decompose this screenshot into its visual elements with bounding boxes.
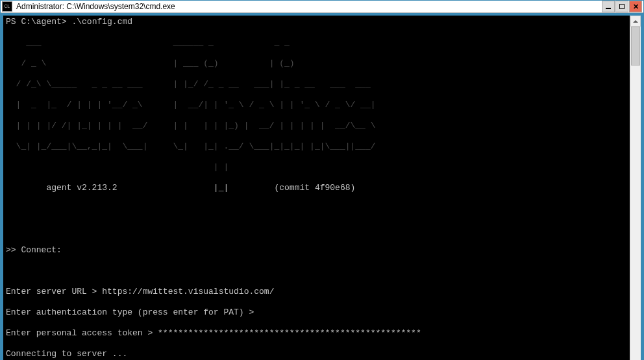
section-header: >> Connect: [6,245,627,256]
scroll-up-button[interactable] [630,16,641,27]
close-button[interactable]: ✕ [629,1,642,12]
prompt-command: .\config.cmd [71,17,132,27]
maximize-icon [619,4,625,9]
minimize-icon [606,8,611,9]
ascii-art-line: | | | |/ /| |_| | | | __/ | | | | |_) | … [6,121,627,131]
chevron-up-icon [633,20,638,23]
output-line: Enter server URL > https://mwittest.visu… [6,287,627,297]
output-line: Connecting to server ... [6,349,627,359]
scroll-thumb[interactable] [631,27,640,66]
window-frame: CL Administrator: C:\Windows\system32\cm… [0,0,644,360]
ascii-art-line: / /_\ \_____ _ _ __ ___ | |_/ /_ _ __ __… [6,79,627,90]
ascii-art-line: | _ |_ / | | | '__/ _\ | __/| | '_ \ / _… [6,100,627,110]
blank-line [6,204,627,214]
output-line: Enter personal access token > **********… [6,328,627,339]
close-icon: ✕ [633,3,639,10]
blank-line [6,266,627,276]
ascii-art-line: | | [6,162,627,173]
terminal-output[interactable]: PS C:\agent> .\config.cmd ___ ______ _ _… [3,16,630,360]
ascii-art-line: / _ \ | ___ (_) | (_) [6,58,627,69]
vertical-scrollbar[interactable] [630,16,641,360]
maximize-button[interactable] [615,1,628,12]
titlebar[interactable]: CL Administrator: C:\Windows\system32\cm… [1,1,643,13]
ascii-art-line: \_| |_/___|\__,_|_| \___| \_| |_| .__/ \… [6,141,627,152]
ascii-art-line: agent v2.213.2 |_| (commit 4f90e68) [6,183,627,193]
window-controls: ✕ [602,1,642,12]
scroll-track[interactable] [630,27,641,360]
output-line: Enter authentication type (press enter f… [6,307,627,318]
blank-line [6,224,627,235]
client-area: PS C:\agent> .\config.cmd ___ ______ _ _… [1,13,643,360]
minimize-button[interactable] [602,1,615,12]
ascii-art-line: ___ ______ _ _ _ [6,38,627,48]
window-title: Administrator: C:\Windows\system32\cmd.e… [16,2,602,11]
prompt-prefix: PS C:\agent> [6,17,71,27]
cmd-icon: CL [2,1,12,12]
